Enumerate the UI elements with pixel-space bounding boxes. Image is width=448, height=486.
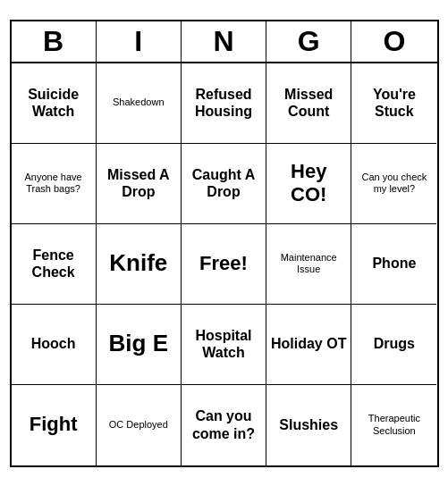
bingo-cell: Big E xyxy=(97,305,182,385)
cell-text: Can you come in? xyxy=(185,407,262,441)
header-letter: N xyxy=(182,21,266,62)
bingo-cell: Slushies xyxy=(266,385,351,465)
cell-text: Refused Housing xyxy=(185,86,262,120)
header-letter: O xyxy=(351,21,436,62)
cell-text: OC Deployed xyxy=(109,419,168,431)
bingo-cell: Can you check my level? xyxy=(351,144,436,224)
cell-text: Missed A Drop xyxy=(100,166,177,200)
bingo-cell: Missed A Drop xyxy=(97,144,182,224)
cell-text: Therapeutic Seclusion xyxy=(355,413,433,436)
bingo-cell: You're Stuck xyxy=(351,63,436,144)
bingo-cell: Shakedown xyxy=(97,63,182,144)
cell-text: Big E xyxy=(109,330,168,357)
bingo-cell: Anyone have Trash bags? xyxy=(12,144,97,224)
bingo-cell: Maintenance Issue xyxy=(266,224,351,305)
cell-text: Missed Count xyxy=(270,86,347,120)
cell-text: Shakedown xyxy=(113,96,165,108)
cell-text: Fight xyxy=(30,413,78,436)
cell-text: You're Stuck xyxy=(355,86,433,120)
bingo-cell: Missed Count xyxy=(266,63,351,144)
cell-text: Caught A Drop xyxy=(185,166,262,200)
header-letter: I xyxy=(97,21,182,62)
bingo-cell: Therapeutic Seclusion xyxy=(351,385,436,465)
bingo-cell: Caught A Drop xyxy=(182,144,266,224)
cell-text: Phone xyxy=(372,255,416,272)
bingo-cell: Phone xyxy=(351,224,436,305)
cell-text: Can you check my level? xyxy=(355,172,433,195)
cell-text: Fence Check xyxy=(15,247,92,281)
header-letter: B xyxy=(12,21,97,62)
cell-text: Hey CO! xyxy=(270,160,347,207)
bingo-cell: Refused Housing xyxy=(182,63,266,144)
bingo-cell: Holiday OT xyxy=(266,305,351,385)
cell-text: Hospital Watch xyxy=(185,327,262,361)
cell-text: Anyone have Trash bags? xyxy=(15,172,92,195)
cell-text: Free! xyxy=(199,252,248,275)
bingo-cell: OC Deployed xyxy=(97,385,182,465)
bingo-grid: Suicide WatchShakedownRefused HousingMis… xyxy=(12,63,437,465)
cell-text: Hooch xyxy=(31,335,76,352)
cell-text: Knife xyxy=(109,249,167,277)
bingo-cell: Drugs xyxy=(351,305,436,385)
bingo-cell: Can you come in? xyxy=(182,385,266,465)
cell-text: Suicide Watch xyxy=(15,86,92,120)
cell-text: Holiday OT xyxy=(271,335,346,352)
bingo-cell: Free! xyxy=(182,224,266,305)
cell-text: Maintenance Issue xyxy=(270,252,347,275)
bingo-cell: Suicide Watch xyxy=(12,63,97,144)
header-letter: G xyxy=(266,21,351,62)
bingo-cell: Fence Check xyxy=(12,224,97,305)
bingo-cell: Knife xyxy=(97,224,182,305)
cell-text: Drugs xyxy=(374,335,415,352)
bingo-header: BINGO xyxy=(12,21,437,63)
bingo-card: BINGO Suicide WatchShakedownRefused Hous… xyxy=(10,20,439,467)
bingo-cell: Hey CO! xyxy=(266,144,351,224)
bingo-cell: Fight xyxy=(12,385,97,465)
cell-text: Slushies xyxy=(279,416,338,433)
bingo-cell: Hospital Watch xyxy=(182,305,266,385)
bingo-cell: Hooch xyxy=(12,305,97,385)
